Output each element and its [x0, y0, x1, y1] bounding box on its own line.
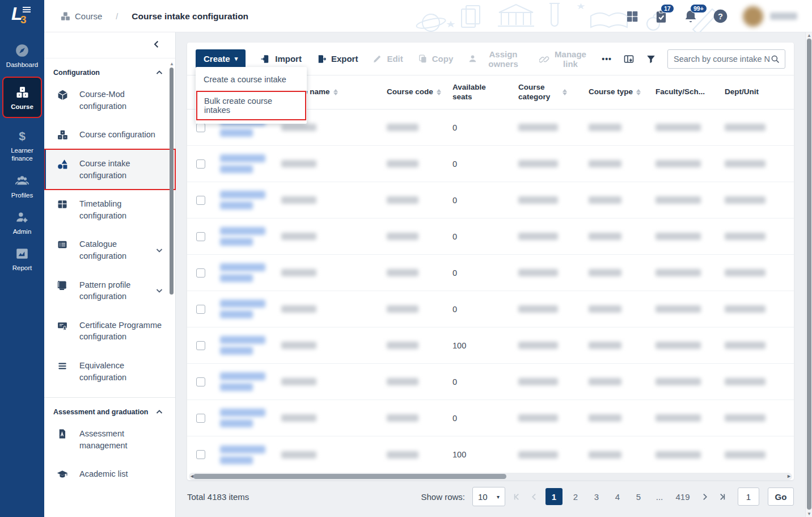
page-3[interactable]: 3 — [589, 489, 604, 505]
breadcrumb-course[interactable]: Course — [60, 11, 102, 22]
scroll-thumb[interactable] — [807, 39, 811, 510]
course-intake-link-redacted[interactable] — [217, 227, 278, 246]
nav-item-admin[interactable]: Admin — [0, 209, 44, 236]
column-settings-icon[interactable] — [623, 53, 635, 65]
sidebar-item-equivalence-configuration[interactable]: Equivalence configuration — [44, 351, 175, 392]
next-page-icon[interactable] — [698, 489, 710, 504]
scroll-right-arrow[interactable]: ► — [786, 474, 792, 479]
table-horizontal-scrollbar[interactable]: ◄ ► — [189, 473, 792, 480]
nav-item-learner-finance[interactable]: $ Learner finance — [0, 128, 44, 163]
course-intake-link-redacted[interactable] — [217, 336, 278, 355]
import-button[interactable]: Import — [260, 54, 302, 64]
go-button[interactable]: Go — [768, 487, 794, 506]
scroll-thumb[interactable] — [170, 68, 174, 295]
course-intake-link-redacted[interactable] — [217, 445, 278, 464]
page-4[interactable]: 4 — [610, 489, 625, 505]
page-vertical-scrollbar[interactable]: ▲ ▼ — [805, 32, 812, 517]
sort-icon[interactable] — [636, 89, 641, 95]
row-checkbox[interactable] — [196, 196, 205, 205]
manage-link-button[interactable]: Manage link — [539, 49, 587, 69]
scroll-thumb[interactable] — [193, 474, 506, 479]
scroll-down-arrow[interactable]: ▼ — [806, 511, 812, 516]
row-checkbox[interactable] — [196, 123, 205, 132]
search-icon[interactable] — [770, 54, 780, 64]
course-intake-link-redacted[interactable] — [217, 263, 278, 282]
more-options-icon[interactable]: ••• — [602, 54, 612, 64]
course-intake-link-redacted[interactable] — [217, 154, 278, 173]
row-checkbox[interactable] — [196, 377, 205, 386]
page-size-select[interactable]: 10 ▾ — [472, 487, 505, 506]
sort-icon[interactable] — [437, 89, 441, 95]
header-course-type[interactable]: Course type — [585, 87, 652, 97]
notifications-bell-icon[interactable]: 99+ — [683, 9, 698, 24]
sidebar-item-assessment-management[interactable]: Assessment management — [44, 419, 175, 460]
jump-to-page-input[interactable] — [738, 487, 759, 506]
sidebar-item-course-configuration[interactable]: Course configuration — [44, 120, 175, 149]
row-checkbox[interactable] — [196, 305, 205, 314]
create-button[interactable]: Create ▾ — [196, 49, 246, 69]
prev-page-icon[interactable] — [528, 489, 540, 504]
sidebar-item-timetabling-configuration[interactable]: Timetabling configuration — [44, 190, 175, 230]
first-page-icon[interactable] — [510, 489, 523, 504]
course-intake-link-redacted[interactable] — [217, 191, 278, 209]
sidebar-item-course-mod-configuration[interactable]: Course-Mod configuration — [44, 80, 175, 120]
edit-button[interactable]: Edit — [373, 54, 403, 64]
scroll-up-arrow[interactable]: ▲ — [170, 62, 174, 66]
sort-icon[interactable] — [563, 89, 567, 95]
export-button[interactable]: Export — [316, 54, 358, 64]
header-course-code[interactable]: Course code — [383, 87, 449, 97]
app-logo[interactable]: L 3 — [0, 0, 44, 32]
sidebar-item-certificate-programme-configuration[interactable]: Certificate Programme configuration — [44, 311, 175, 351]
assign-owners-button[interactable]: Assign owners — [468, 49, 525, 69]
svg-text:?: ? — [718, 12, 723, 21]
course-intake-link-redacted[interactable] — [217, 372, 278, 391]
menu-item-bulk-create-course-intakes[interactable]: Bulk create course intakes — [196, 91, 306, 120]
cube-icon — [57, 89, 69, 101]
nav-item-profiles[interactable]: Profiles — [0, 173, 44, 199]
page-ellipsis: ... — [652, 489, 667, 505]
row-checkbox[interactable] — [196, 450, 205, 459]
row-checkbox[interactable] — [196, 232, 205, 241]
nav-item-report[interactable]: Report — [0, 246, 44, 272]
course-intake-link-redacted[interactable] — [217, 300, 278, 318]
chevron-down-icon[interactable] — [156, 247, 163, 254]
copy-button[interactable]: Copy — [418, 54, 454, 64]
sidebar-item-academic-list[interactable]: Academic list — [44, 460, 175, 489]
menu-item-create-a-course-intake[interactable]: Create a course intake — [196, 69, 307, 90]
nav-item-dashboard[interactable]: Dashboard — [0, 43, 44, 69]
chevron-up-icon[interactable] — [156, 69, 163, 76]
sidebar-collapse-row — [44, 32, 175, 58]
dollar-icon: $ — [0, 128, 44, 144]
last-page-icon[interactable] — [716, 489, 728, 504]
section-configuration: Configuration — [44, 58, 175, 80]
search-input[interactable] — [674, 54, 770, 64]
user-menu[interactable] — [743, 6, 797, 27]
page-2[interactable]: 2 — [568, 489, 583, 505]
list-icon — [57, 239, 69, 250]
sidebar-item-label: Timetabling configuration — [79, 198, 147, 221]
nav-label: Profiles — [11, 192, 33, 199]
row-checkbox[interactable] — [196, 159, 205, 169]
page-419[interactable]: 419 — [673, 489, 693, 505]
row-checkbox[interactable] — [196, 268, 205, 278]
chevron-up-icon[interactable] — [156, 409, 163, 415]
row-checkbox[interactable] — [196, 414, 205, 423]
sidebar-item-course-intake-configuration[interactable]: Course intake configuration — [44, 149, 175, 190]
nav-item-course[interactable]: Course — [2, 77, 42, 117]
apps-grid-icon[interactable] — [625, 10, 639, 23]
page-5[interactable]: 5 — [631, 489, 646, 505]
scroll-up-arrow[interactable]: ▲ — [806, 33, 812, 38]
chevron-down-icon[interactable] — [156, 287, 163, 294]
sort-icon[interactable] — [333, 89, 338, 95]
collapse-sidebar-icon[interactable] — [153, 40, 160, 48]
course-intake-link-redacted[interactable] — [217, 409, 278, 427]
row-checkbox[interactable] — [196, 341, 205, 350]
sidebar-scrollbar[interactable]: ▲ — [170, 62, 174, 517]
tasks-clipboard-icon[interactable]: 17 — [654, 9, 669, 24]
help-icon[interactable]: ? — [713, 9, 728, 24]
sidebar-item-pattern-profile-configuration[interactable]: Pattern profile configuration — [44, 271, 175, 311]
header-course-category[interactable]: Course category — [515, 83, 585, 102]
filter-icon[interactable] — [646, 54, 656, 64]
page-1[interactable]: 1 — [545, 488, 563, 505]
sidebar-item-catalogue-configuration[interactable]: Catalogue configuration — [44, 230, 175, 270]
